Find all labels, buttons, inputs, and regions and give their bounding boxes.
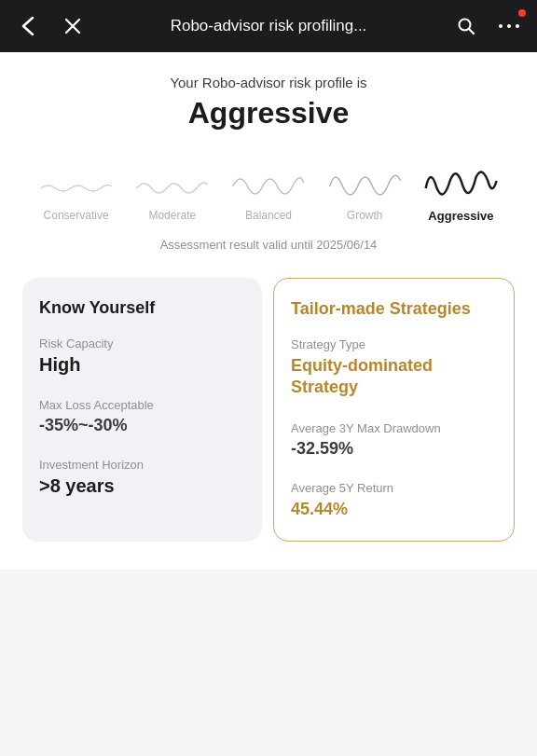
wave-conservative	[28, 162, 124, 203]
card-tailor-made: Tailor-made Strategies Strategy Type Equ…	[273, 278, 515, 542]
validity-text: Assessment result valid until 2025/06/14	[19, 238, 518, 252]
label-growth: Growth	[317, 209, 413, 223]
strategy-type-label: Strategy Type	[291, 337, 497, 351]
risk-capacity-label: Risk Capacity	[39, 337, 245, 351]
drawdown-value: -32.59%	[291, 439, 497, 459]
search-icon[interactable]	[453, 13, 479, 39]
nav-right	[453, 13, 522, 39]
card-left-title: Know Yourself	[39, 298, 245, 318]
profile-title: Aggressive	[19, 96, 518, 131]
svg-point-1	[499, 24, 503, 28]
wave-growth	[317, 162, 413, 203]
label-balanced: Balanced	[220, 209, 316, 223]
risk-capacity-value: High	[39, 354, 245, 376]
wave-labels: Conservative Moderate Balanced Growth Ag…	[19, 209, 518, 223]
wave-chart	[19, 147, 518, 203]
cards-section: Know Yourself Risk Capacity High Max Los…	[19, 278, 518, 542]
label-aggressive: Aggressive	[413, 209, 509, 223]
main-content: Your Robo-advisor risk profile is Aggres…	[0, 52, 537, 570]
label-moderate: Moderate	[124, 209, 220, 223]
close-button[interactable]	[60, 13, 86, 39]
nav-left	[15, 13, 86, 39]
svg-point-3	[516, 24, 519, 28]
profile-subtitle: Your Robo-advisor risk profile is	[19, 75, 518, 90]
card-know-yourself: Know Yourself Risk Capacity High Max Los…	[22, 278, 262, 542]
return-label: Average 5Y Return	[291, 481, 497, 495]
more-icon[interactable]	[496, 13, 522, 39]
investment-horizon-value: >8 years	[39, 475, 245, 497]
label-conservative: Conservative	[28, 209, 124, 223]
return-value: 45.44%	[291, 499, 497, 520]
max-loss-value: -35%~-30%	[39, 416, 245, 435]
svg-point-2	[507, 24, 511, 28]
drawdown-label: Average 3Y Max Drawdown	[291, 421, 497, 435]
nav-title: Robo-advisor risk profiling...	[171, 17, 367, 35]
card-right-title: Tailor-made Strategies	[291, 299, 497, 319]
wave-balanced	[220, 162, 316, 203]
nav-bar: Robo-advisor risk profiling...	[0, 0, 537, 52]
wave-moderate	[124, 162, 220, 203]
back-button[interactable]	[15, 13, 41, 39]
strategy-type-value: Equity-dominated Strategy	[291, 355, 497, 399]
notification-dot	[518, 9, 526, 17]
max-loss-label: Max Loss Acceptable	[39, 398, 245, 412]
investment-horizon-label: Investment Horizon	[39, 458, 245, 472]
wave-aggressive	[413, 162, 509, 203]
